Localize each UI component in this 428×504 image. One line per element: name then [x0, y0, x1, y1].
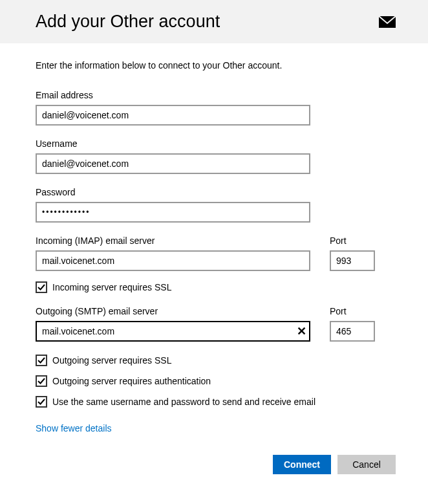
dialog-header: Add your Other account [0, 0, 428, 43]
outgoing-ssl-label[interactable]: Outgoing server requires SSL [52, 355, 171, 366]
same-creds-checkbox[interactable] [36, 396, 47, 408]
incoming-ssl-row: Incoming server requires SSL [36, 281, 396, 293]
incoming-ssl-label[interactable]: Incoming server requires SSL [52, 282, 171, 292]
email-group: Email address [36, 90, 396, 126]
outgoing-ssl-checkbox[interactable] [36, 355, 47, 366]
username-input[interactable] [36, 153, 310, 174]
outgoing-auth-label[interactable]: Outgoing server requires authentication [52, 376, 211, 386]
email-input[interactable] [36, 105, 310, 126]
smtp-port-label: Port [330, 306, 375, 316]
same-creds-row: Use the same username and password to se… [36, 396, 396, 408]
smtp-label: Outgoing (SMTP) email server [36, 306, 310, 316]
outgoing-ssl-row: Outgoing server requires SSL [36, 355, 396, 366]
imap-row: Incoming (IMAP) email server Port [36, 236, 396, 271]
password-label: Password [36, 187, 396, 197]
outgoing-auth-row: Outgoing server requires authentication [36, 375, 396, 387]
email-label: Email address [36, 90, 396, 100]
show-fewer-details-link[interactable]: Show fewer details [36, 423, 112, 433]
cancel-button[interactable]: Cancel [337, 455, 396, 474]
mail-icon [379, 16, 396, 30]
dialog-title: Add your Other account [36, 12, 220, 32]
imap-port-input[interactable] [330, 250, 375, 271]
incoming-ssl-checkbox[interactable] [36, 281, 47, 293]
same-creds-label[interactable]: Use the same username and password to se… [52, 397, 316, 407]
imap-label: Incoming (IMAP) email server [36, 236, 310, 246]
outgoing-auth-checkbox[interactable] [36, 375, 47, 387]
clear-icon[interactable]: ✕ [297, 325, 306, 337]
smtp-input[interactable] [36, 321, 310, 342]
smtp-port-input[interactable] [330, 321, 375, 342]
username-group: Username [36, 138, 396, 174]
password-input[interactable] [36, 202, 310, 223]
connect-button[interactable]: Connect [273, 455, 331, 474]
imap-input[interactable] [36, 250, 310, 271]
username-label: Username [36, 138, 396, 149]
intro-text: Enter the information below to connect t… [36, 60, 396, 71]
imap-port-label: Port [330, 236, 375, 246]
dialog-content: Enter the information below to connect t… [0, 43, 428, 487]
button-row: Connect Cancel [36, 455, 396, 474]
smtp-row: Outgoing (SMTP) email server ✕ Port [36, 306, 396, 342]
password-group: Password [36, 187, 396, 223]
